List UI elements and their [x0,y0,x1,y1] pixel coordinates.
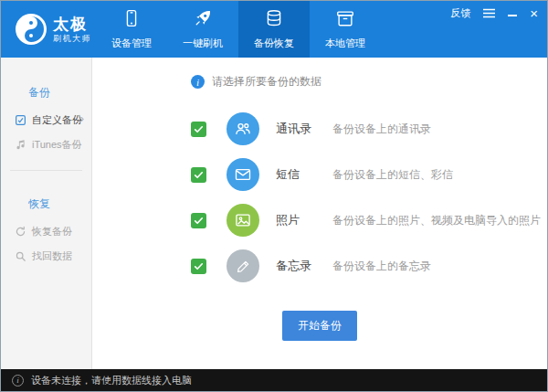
topbar: 太极 刷机大师 设备管理 [1,1,547,58]
feedback-link[interactable]: 反馈 [450,6,470,20]
item-desc: 备份设备上的短信、彩信 [332,167,453,183]
menu-icon[interactable] [483,8,495,18]
item-desc: 备份设备上的照片、视频及电脑导入的照片 [332,213,541,228]
tab-label: 本地管理 [325,37,365,50]
nav-tabs: 设备管理 一键刷机 [96,1,381,58]
brand-title: 太极 [53,16,91,34]
backup-item-row: 备忘录 备份设备上的备忘录 [191,243,547,289]
brand: 太极 刷机大师 [1,1,96,58]
phone-icon [121,8,142,32]
backup-item-row: 照片 备份设备上的照片、视频及电脑导入的照片 [191,197,547,243]
sidebar-section-restore: 恢复 [1,193,91,219]
notice-text: 请选择所要备份的数据 [212,74,321,90]
taiji-logo-icon [15,13,47,46]
item-desc: 备份设备上的通讯录 [332,122,431,137]
chevron-right-icon: › [80,111,84,125]
info-icon: i [191,75,205,89]
contacts-checkbox[interactable] [191,122,206,137]
brand-text: 太极 刷机大师 [53,16,91,43]
minimize-button[interactable] [508,10,517,16]
close-button[interactable]: × [530,9,538,18]
item-name: 通讯录 [276,121,332,137]
backup-item-row: 通讯录 备份设备上的通讯录 [191,106,547,152]
window-controls: 反馈 × [450,6,538,20]
search-icon [15,250,26,262]
memo-checkbox[interactable] [191,259,206,274]
photos-icon [227,204,259,237]
sms-icon [227,158,259,191]
tab-local-manage[interactable]: 本地管理 [310,1,381,58]
notice: i 请选择所要备份的数据 [191,74,547,90]
close-icon: × [530,9,538,18]
database-icon [264,8,284,32]
status-text: 设备未连接，请使用数据线接入电脑 [31,374,192,387]
sidebar-item-label: 恢复备份 [32,225,72,238]
main-panel: i 请选择所要备份的数据 通 [92,58,547,369]
item-name: 短信 [276,166,332,183]
music-note-icon [15,139,26,151]
backup-item-list: 通讯录 备份设备上的通讯录 短信 备份设备上的短信、彩信 [191,106,547,289]
tab-label: 设备管理 [111,37,152,50]
box-icon [335,8,355,32]
sidebar-divider [10,170,82,171]
tab-device-manage[interactable]: 设备管理 [96,1,167,58]
sidebar-item-restore-backup[interactable]: 恢复备份 [1,219,91,244]
contacts-icon [227,112,259,145]
status-info-icon: i [12,375,24,387]
start-backup-button[interactable]: 开始备份 [282,311,357,341]
rocket-icon [193,8,213,32]
statusbar: i 设备未连接，请使用数据线接入电脑 [1,369,547,391]
item-name: 照片 [276,212,332,228]
sidebar-item-label: iTunes备份 [32,138,82,152]
sidebar-item-label: 自定义备份 [32,113,82,127]
sidebar-item-recover-data[interactable]: 找回数据 [1,244,91,269]
tab-backup-restore[interactable]: 备份恢复 [238,1,310,58]
photos-checkbox[interactable] [191,213,206,228]
checklist-icon [15,114,26,126]
sidebar-item-label: 找回数据 [32,249,72,263]
sidebar-item-custom-backup[interactable]: 自定义备份 › [1,108,91,132]
sidebar: 备份 自定义备份 › iTunes备份 [1,58,92,369]
sidebar-section-backup: 备份 [1,81,91,108]
tab-one-key-flash[interactable]: 一键刷机 [167,1,238,58]
item-name: 备忘录 [276,258,332,274]
content: 备份 自定义备份 › iTunes备份 [1,58,547,369]
item-desc: 备份设备上的备忘录 [332,259,431,274]
brand-subtitle: 刷机大师 [53,34,91,43]
sms-checkbox[interactable] [191,167,206,183]
minimize-icon [508,10,517,16]
sidebar-item-itunes-backup[interactable]: iTunes备份 [1,132,91,157]
memo-icon [227,249,259,282]
restore-icon [15,226,26,238]
app-window: 太极 刷机大师 设备管理 [0,0,548,392]
tab-label: 备份恢复 [254,37,294,50]
button-area: 开始备份 [92,311,547,341]
backup-item-row: 短信 备份设备上的短信、彩信 [191,152,547,197]
tab-label: 一键刷机 [183,37,223,50]
